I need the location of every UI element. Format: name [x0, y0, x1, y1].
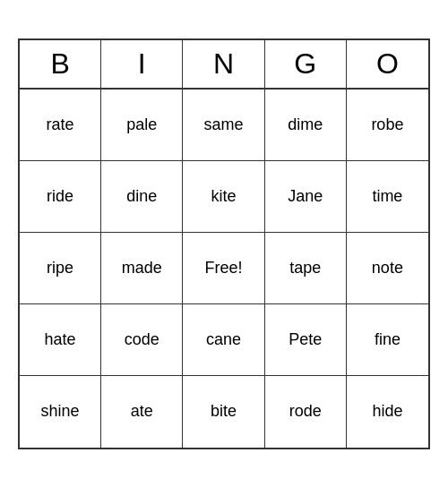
header-letter-i: I: [101, 40, 183, 88]
header-letter-g: G: [265, 40, 347, 88]
bingo-cell-r2-c2[interactable]: Free!: [183, 233, 264, 304]
bingo-header: BINGO: [20, 40, 428, 90]
bingo-cell-r4-c2[interactable]: bite: [183, 376, 264, 448]
bingo-cell-r1-c1[interactable]: dine: [101, 161, 183, 233]
bingo-cell-r4-c1[interactable]: ate: [101, 376, 183, 448]
bingo-cell-r0-c2[interactable]: same: [183, 90, 264, 161]
bingo-cell-r2-c3[interactable]: tape: [265, 233, 347, 304]
bingo-cell-r3-c3[interactable]: Pete: [265, 304, 347, 376]
bingo-cell-r0-c4[interactable]: robe: [347, 90, 428, 161]
header-letter-n: N: [183, 40, 264, 88]
bingo-cell-r4-c0[interactable]: shine: [20, 376, 101, 448]
bingo-cell-r3-c0[interactable]: hate: [20, 304, 101, 376]
bingo-cell-r4-c4[interactable]: hide: [347, 376, 428, 448]
bingo-cell-r3-c1[interactable]: code: [101, 304, 183, 376]
bingo-cell-r0-c3[interactable]: dime: [265, 90, 347, 161]
bingo-card: BINGO ratepalesamedimeroberidedinekiteJa…: [18, 38, 430, 449]
bingo-cell-r2-c0[interactable]: ripe: [20, 233, 101, 304]
bingo-grid: ratepalesamedimeroberidedinekiteJanetime…: [20, 90, 428, 448]
bingo-cell-r3-c2[interactable]: cane: [183, 304, 264, 376]
bingo-cell-r2-c4[interactable]: note: [347, 233, 428, 304]
bingo-cell-r3-c4[interactable]: fine: [347, 304, 428, 376]
header-letter-o: O: [347, 40, 428, 88]
bingo-cell-r1-c4[interactable]: time: [347, 161, 428, 233]
bingo-cell-r1-c0[interactable]: ride: [20, 161, 101, 233]
bingo-cell-r1-c2[interactable]: kite: [183, 161, 264, 233]
bingo-cell-r2-c1[interactable]: made: [101, 233, 183, 304]
bingo-cell-r1-c3[interactable]: Jane: [265, 161, 347, 233]
header-letter-b: B: [20, 40, 101, 88]
bingo-cell-r0-c1[interactable]: pale: [101, 90, 183, 161]
bingo-cell-r4-c3[interactable]: rode: [265, 376, 347, 448]
bingo-cell-r0-c0[interactable]: rate: [20, 90, 101, 161]
